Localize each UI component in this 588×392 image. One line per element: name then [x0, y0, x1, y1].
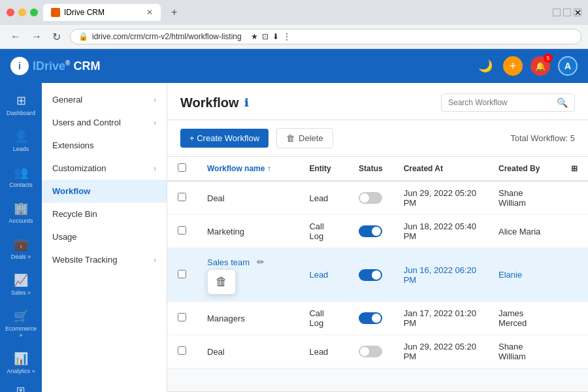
- delete-button[interactable]: 🗑 Delete: [276, 128, 333, 148]
- sidebar-menu-item-usage[interactable]: Usage: [42, 225, 167, 248]
- sidebar-item-leads[interactable]: 👤 Leads: [3, 124, 39, 157]
- row-entity-cell: Call Log: [299, 215, 348, 248]
- logo-icon: i: [10, 57, 29, 75]
- sidebar-icon-label-dashboard: Dashboard: [7, 110, 35, 116]
- download-icon[interactable]: ⬇: [272, 32, 279, 41]
- status-toggle[interactable]: [359, 225, 382, 237]
- row-created-at-cell: Jun 18, 2022 05:40 PM: [393, 215, 488, 248]
- header-actions-col: ⊞: [561, 157, 588, 181]
- row-name-cell: Deal: [197, 181, 299, 215]
- sidebar-item-sales[interactable]: 📈 Sales »: [3, 268, 39, 301]
- header-workflow-name[interactable]: Workflow name ↑: [197, 157, 299, 181]
- sidebar-icon-label-leads: Leads: [13, 146, 29, 152]
- info-icon[interactable]: ℹ: [244, 97, 248, 109]
- row-name-cell: Deal: [197, 335, 299, 368]
- sidebar-menu-item-website-tracking[interactable]: Website Tracking ›: [42, 248, 167, 271]
- status-toggle[interactable]: [359, 269, 382, 281]
- row-created-at-cell: Jun 16, 2022 06:20 PM: [393, 248, 488, 302]
- row-created-by-cell: Shane William: [488, 181, 561, 215]
- notification-badge: 5: [544, 54, 553, 63]
- nav-buttons: ← → ↻: [7, 29, 65, 44]
- forward-button[interactable]: →: [27, 29, 46, 44]
- sidebar-menu: General › Users and Control › Extensions…: [42, 83, 167, 392]
- row-checkbox[interactable]: [178, 346, 186, 355]
- row-checkbox[interactable]: [178, 313, 186, 321]
- row-created-at-cell: Jun 29, 2022 05:20 PM: [393, 181, 488, 215]
- window-restore-btn[interactable]: [563, 8, 571, 16]
- row-status-cell: [348, 335, 393, 368]
- sidebar-menu-item-workflow[interactable]: Workflow: [42, 180, 167, 203]
- create-workflow-button[interactable]: + Create Workflow: [180, 129, 269, 148]
- minimize-dot[interactable]: [18, 8, 26, 16]
- add-button[interactable]: +: [503, 56, 523, 76]
- workflow-name-text: Sales team: [207, 257, 250, 267]
- sidebar-item-deals[interactable]: 💼 Deals »: [3, 232, 39, 265]
- back-button[interactable]: ←: [7, 29, 25, 44]
- tab-close-icon[interactable]: ✕: [146, 8, 153, 17]
- refresh-button[interactable]: ↻: [48, 29, 65, 44]
- data-migration-icon: 🗄: [15, 387, 27, 392]
- window-close-btn[interactable]: ✕: [574, 8, 581, 16]
- sidebar-item-dashboard[interactable]: ⊞ Dashboard: [3, 88, 39, 122]
- row-entity-cell: Lead: [299, 248, 348, 302]
- leads-icon: 👤: [14, 129, 28, 144]
- sidebar-menu-label-usage: Usage: [52, 232, 77, 242]
- close-dot[interactable]: [7, 8, 14, 16]
- sidebar-menu-item-general[interactable]: General ›: [42, 88, 167, 111]
- row-checkbox[interactable]: [178, 270, 186, 278]
- sidebar-menu-item-users-control[interactable]: Users and Control ›: [42, 111, 167, 134]
- dark-mode-button[interactable]: 🌙: [476, 56, 495, 76]
- row-extra-cell: [561, 302, 588, 335]
- toolbar: + Create Workflow 🗑 Delete Total Workflo…: [167, 120, 588, 157]
- sidebar-item-analytics[interactable]: 📊 Analytics »: [3, 346, 39, 380]
- row-checkbox-cell: [167, 302, 197, 335]
- main-area: ⊞ Dashboard 👤 Leads 👥 Contacts 🏢 Account…: [0, 83, 588, 392]
- delete-popup[interactable]: 🗑: [207, 269, 236, 295]
- sidebar-item-contacts[interactable]: 👥 Contacts: [3, 160, 39, 193]
- app-wrapper: i IDrive® CRM 🌙 + 🔔 5 A ⊞ Dashboard 👤: [0, 49, 588, 392]
- status-toggle[interactable]: [359, 346, 382, 357]
- sidebar-item-ecommerce[interactable]: 🛒 Ecommerce »: [3, 304, 39, 344]
- analytics-icon: 📊: [14, 351, 28, 366]
- sidebar-menu-item-customization[interactable]: Customization ›: [42, 157, 167, 180]
- user-avatar[interactable]: A: [558, 56, 578, 76]
- row-extra-cell: [561, 215, 588, 248]
- extension-icon[interactable]: ⊡: [262, 32, 269, 41]
- browser-tab[interactable]: IDrive CRM ✕: [43, 4, 161, 21]
- search-input[interactable]: [448, 98, 553, 107]
- logo-text: IDrive® CRM: [33, 59, 100, 73]
- trash-icon: 🗑: [286, 133, 295, 143]
- sidebar-item-data-migration[interactable]: 🗄 Data Migration: [3, 382, 39, 392]
- columns-icon[interactable]: ⊞: [571, 164, 578, 173]
- row-checkbox-cell: [167, 181, 197, 215]
- sidebar-menu-item-recycle-bin[interactable]: Recycle Bin: [42, 203, 167, 225]
- sidebar-menu-label-extensions: Extensions: [52, 140, 94, 150]
- sidebar-icon-label-contacts: Contacts: [9, 182, 33, 188]
- row-checkbox[interactable]: [178, 226, 186, 235]
- address-box[interactable]: 🔒 idrive.com/crm/crm-v2/html/workflow-li…: [70, 29, 581, 44]
- status-toggle[interactable]: [359, 192, 382, 204]
- search-box[interactable]: 🔍: [441, 93, 575, 112]
- new-tab-button[interactable]: +: [166, 5, 182, 20]
- row-checkbox-cell: [167, 335, 197, 368]
- bookmark-icon[interactable]: ★: [251, 32, 258, 41]
- select-all-checkbox[interactable]: [178, 163, 186, 172]
- header-created-at: Created At: [393, 157, 488, 181]
- header-checkbox-col: [167, 157, 197, 181]
- header-created-by: Created By: [488, 157, 561, 181]
- edit-button[interactable]: ✏: [255, 255, 267, 269]
- deals-icon: 💼: [14, 237, 28, 252]
- maximize-dot[interactable]: [30, 8, 38, 16]
- row-checkbox[interactable]: [178, 193, 186, 201]
- table-row: ManagersCall LogJan 17, 2022 01:20 PMJam…: [167, 302, 588, 335]
- window-minimize-btn[interactable]: [553, 8, 561, 16]
- sidebar-menu-item-extensions[interactable]: Extensions: [42, 134, 167, 157]
- row-name-cell: Sales team✏🗑: [197, 248, 299, 302]
- status-toggle[interactable]: [359, 312, 382, 324]
- row-extra-cell: [561, 335, 588, 368]
- search-icon: 🔍: [557, 97, 568, 108]
- menu-icon[interactable]: ⋮: [283, 32, 291, 41]
- row-extra-cell: [561, 181, 588, 215]
- sidebar-item-accounts[interactable]: 🏢 Accounts: [3, 196, 39, 229]
- browser-titlebar: IDrive CRM ✕ + ✕: [0, 0, 588, 25]
